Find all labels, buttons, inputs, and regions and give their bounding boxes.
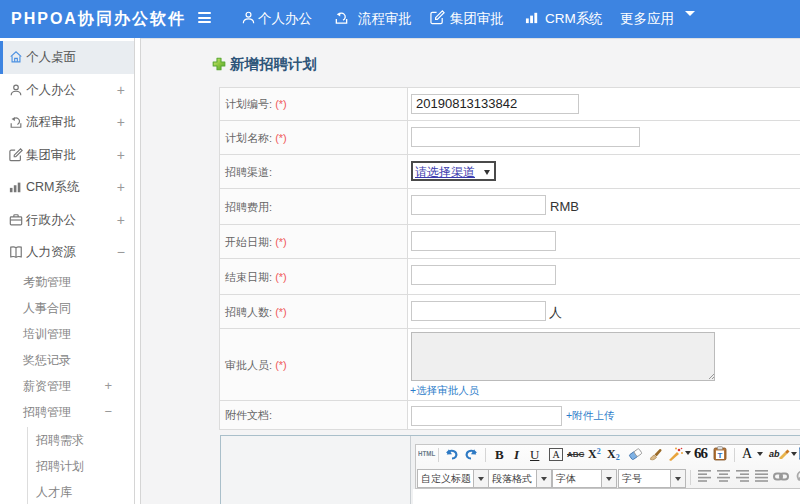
svg-text:T: T bbox=[718, 451, 723, 460]
